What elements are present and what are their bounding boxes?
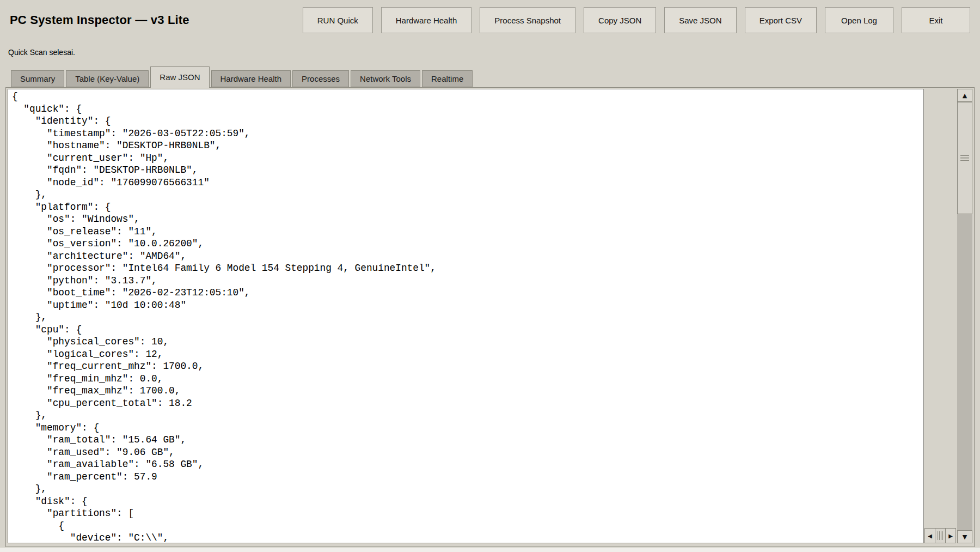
scroll-up-button[interactable]: ▲ <box>957 89 972 102</box>
right-arrow-icon: ▶ <box>948 533 953 539</box>
raw-json-panel: { "quick": { "identity": { "timestamp": … <box>5 87 975 547</box>
scroll-down-button[interactable]: ▼ <box>957 530 972 543</box>
process-snapshot-button[interactable]: Process Snapshot <box>480 7 575 33</box>
tab-network-tools[interactable]: Network Tools <box>351 70 420 87</box>
raw-json-text: { "quick": { "identity": { "timestamp": … <box>12 90 923 543</box>
scroll-right-button[interactable]: ▶ <box>945 528 956 543</box>
run-quick-button[interactable]: RUN Quick <box>303 7 373 33</box>
tab-bar: Summary Table (Key-Value) Raw JSON Hardw… <box>5 65 975 87</box>
tab-processes[interactable]: Processes <box>292 70 349 87</box>
horizontal-scrollbar[interactable]: ◀ ▶ <box>924 528 956 543</box>
up-arrow-icon: ▲ <box>963 92 967 99</box>
tab-summary[interactable]: Summary <box>11 70 64 87</box>
page-title: PC System Inspector — v3 Lite <box>10 13 189 27</box>
thumb-grip-icon <box>938 531 944 540</box>
left-arrow-icon: ◀ <box>928 533 932 539</box>
tab-realtime[interactable]: Realtime <box>422 70 473 87</box>
copy-json-button[interactable]: Copy JSON <box>584 7 656 33</box>
notebook: Summary Table (Key-Value) Raw JSON Hardw… <box>5 65 975 548</box>
export-csv-button[interactable]: Export CSV <box>745 7 817 33</box>
toolbar: RUN Quick Hardware Health Process Snapsh… <box>303 7 970 33</box>
vertical-scrollbar-thumb[interactable] <box>957 102 972 214</box>
thumb-grip-icon <box>960 155 969 161</box>
open-log-button[interactable]: Open Log <box>825 7 893 33</box>
down-arrow-icon: ▼ <box>963 533 967 541</box>
vertical-scrollbar[interactable]: ▲ ▼ <box>957 89 972 543</box>
app-window: PC System Inspector — v3 Lite RUN Quick … <box>0 0 980 548</box>
tab-hardware-health[interactable]: Hardware Health <box>211 70 291 87</box>
raw-json-editor[interactable]: { "quick": { "identity": { "timestamp": … <box>8 89 924 543</box>
tab-raw-json[interactable]: Raw JSON <box>150 66 209 88</box>
save-json-button[interactable]: Save JSON <box>664 7 736 33</box>
horizontal-scrollbar-thumb[interactable] <box>935 528 945 543</box>
scroll-left-button[interactable]: ◀ <box>924 528 935 543</box>
hardware-health-button[interactable]: Hardware Health <box>381 7 472 33</box>
exit-button[interactable]: Exit <box>902 7 970 33</box>
tab-table-key-value[interactable]: Table (Key-Value) <box>66 70 149 87</box>
status-text: Quick Scan selesai. <box>8 48 75 57</box>
